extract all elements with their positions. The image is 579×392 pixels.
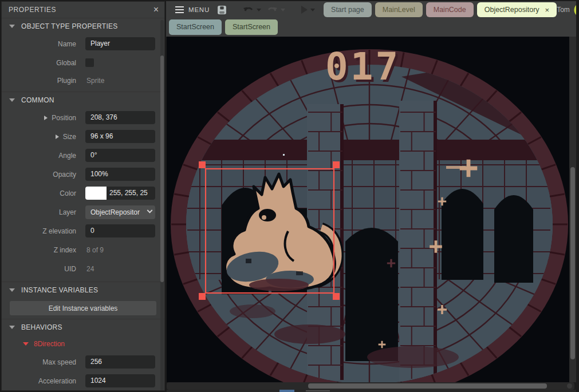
- field-row-z-index: Z index 8 of 9: [2, 240, 164, 259]
- field-row-opacity: Opacity 100%: [2, 165, 164, 184]
- subtab-startscreen-eventsheet[interactable]: StartScreen: [225, 19, 278, 35]
- position-input[interactable]: 208, 376: [85, 111, 155, 124]
- properties-panel-title: PROPERTIES: [9, 6, 56, 14]
- properties-panel: PROPERTIES × OBJECT TYPE PROPERTIES Name…: [1, 1, 165, 391]
- panel-scrollbar[interactable]: [160, 20, 164, 391]
- uid-value: 24: [85, 265, 94, 273]
- selection-handle-bottom-left[interactable]: [199, 293, 206, 300]
- menu-button[interactable]: MENU: [171, 2, 214, 17]
- canvas-horizontal-scrollbar[interactable]: [167, 382, 574, 390]
- section-common[interactable]: COMMON: [2, 92, 164, 108]
- save-button[interactable]: [217, 5, 227, 15]
- size-input[interactable]: 96 x 96: [85, 130, 155, 143]
- plugin-value: Sprite: [85, 77, 104, 85]
- name-input[interactable]: Player: [85, 37, 155, 50]
- field-label: Z elevation: [2, 227, 85, 235]
- section-collapse-icon: [9, 288, 15, 292]
- tab-maincode[interactable]: MainCode: [426, 2, 474, 17]
- subtab-startscreen-layout[interactable]: StartScreen: [169, 19, 222, 35]
- field-label: Color: [2, 189, 85, 197]
- behavior-name: 8Direction: [34, 340, 65, 348]
- window-right-edge: [576, 0, 579, 392]
- play-icon: [301, 6, 308, 14]
- toolbar-row-main: MENU: [166, 1, 576, 18]
- edit-instance-variables-button[interactable]: Edit Instance variables: [10, 301, 156, 315]
- field-row-size: Size 96 x 96: [2, 127, 164, 146]
- close-icon[interactable]: ×: [153, 5, 159, 14]
- selection-handle-top-right[interactable]: [333, 161, 340, 168]
- field-row-layer: Layer ObjectRepositor: [2, 203, 164, 221]
- toolbar: MENU: [166, 1, 576, 37]
- scrollbar-corner-button[interactable]: [567, 383, 572, 389]
- canvas-vertical-scrollbar[interactable]: [569, 37, 576, 382]
- expander-icon[interactable]: [44, 116, 48, 120]
- behavior-collapse-icon: [23, 342, 29, 346]
- chevron-down-icon: [147, 208, 153, 213]
- play-dropdown-caret-icon[interactable]: [310, 9, 315, 11]
- layer-dropdown[interactable]: ObjectRepositor: [85, 205, 155, 219]
- section-behaviors[interactable]: BEHAVIORS: [2, 319, 164, 335]
- opacity-input[interactable]: 100%: [85, 168, 155, 181]
- horizontal-scrollbar-thumb[interactable]: [308, 383, 547, 389]
- selection-handle-bottom-right[interactable]: [333, 293, 340, 300]
- behavior-8direction[interactable]: 8Direction: [2, 335, 164, 353]
- field-row-uid: UID 24: [2, 259, 164, 278]
- layer-dropdown-value: ObjectRepositor: [90, 208, 148, 216]
- tab-objectrepository-active[interactable]: ObjectRepository ×: [477, 2, 557, 17]
- acceleration-input[interactable]: 1024: [85, 374, 155, 387]
- field-label: Opacity: [2, 171, 85, 179]
- tab-start-page[interactable]: Start page: [324, 2, 372, 17]
- selection-handle-top-left[interactable]: [199, 161, 206, 168]
- bottom-panel-edge: [167, 390, 576, 392]
- undo-icon: [243, 6, 254, 14]
- color-swatch[interactable]: [85, 187, 107, 200]
- field-label: Position: [2, 114, 85, 122]
- color-field: 255, 255, 25: [85, 187, 155, 200]
- section-title: OBJECT TYPE PROPERTIES: [21, 22, 118, 30]
- light-speck: [283, 154, 285, 156]
- section-title: BEHAVIORS: [21, 323, 62, 331]
- menu-label: MENU: [188, 6, 210, 13]
- field-row-plugin: Plugin Sprite: [2, 72, 164, 89]
- field-label: Plugin: [2, 77, 85, 85]
- field-label: Name: [2, 40, 85, 48]
- section-title: INSTANCE VARIABLES: [21, 286, 98, 294]
- vertical-scrollbar-thumb[interactable]: [570, 167, 575, 359]
- app-window: PROPERTIES × OBJECT TYPE PROPERTIES Name…: [0, 0, 579, 392]
- field-label: UID: [2, 265, 85, 273]
- preview-button[interactable]: [301, 6, 315, 14]
- field-row-color: Color 255, 255, 25: [2, 184, 164, 203]
- bottom-panel-accent: [279, 390, 294, 392]
- max-speed-input[interactable]: 256: [85, 355, 155, 369]
- counter-017: 017 017: [325, 45, 403, 91]
- field-label: Acceleration: [2, 377, 85, 385]
- tab-close-icon[interactable]: ×: [545, 6, 550, 14]
- section-title: COMMON: [21, 96, 54, 104]
- bottom-panel-text-hint: [306, 390, 330, 391]
- section-object-type-properties[interactable]: OBJECT TYPE PROPERTIES: [2, 18, 164, 34]
- color-value-input[interactable]: 255, 255, 25: [107, 187, 155, 200]
- svg-text:017: 017: [325, 45, 400, 89]
- toolbar-row-subtabs: StartScreen StartScreen: [166, 18, 576, 35]
- undo-dropdown-caret-icon[interactable]: [257, 9, 261, 11]
- panel-scrollbar-thumb[interactable]: [160, 56, 164, 282]
- layout-scene: 017 017: [167, 37, 569, 382]
- tab-mainlevel[interactable]: MainLevel: [375, 2, 423, 17]
- layout-canvas[interactable]: 017 017: [167, 37, 569, 382]
- field-row-name: Name Player: [2, 34, 164, 53]
- save-icon: [217, 5, 227, 15]
- expander-icon[interactable]: [56, 134, 59, 139]
- field-label: Layer: [2, 208, 85, 216]
- global-checkbox[interactable]: [85, 58, 94, 67]
- angle-input[interactable]: 0°: [85, 149, 155, 162]
- document-tabs: Start page MainLevel MainCode ObjectRepo…: [324, 2, 557, 17]
- undo-button[interactable]: [243, 6, 261, 14]
- field-row-z-elevation: Z elevation 0: [2, 221, 164, 240]
- redo-button[interactable]: [267, 6, 285, 14]
- section-instance-variables[interactable]: INSTANCE VARIABLES: [2, 282, 164, 298]
- section-collapse-icon: [9, 25, 15, 28]
- hamburger-icon: [175, 6, 184, 13]
- redo-icon: [267, 6, 278, 14]
- z-elevation-input[interactable]: 0: [85, 224, 155, 237]
- field-label: Z index: [2, 246, 85, 254]
